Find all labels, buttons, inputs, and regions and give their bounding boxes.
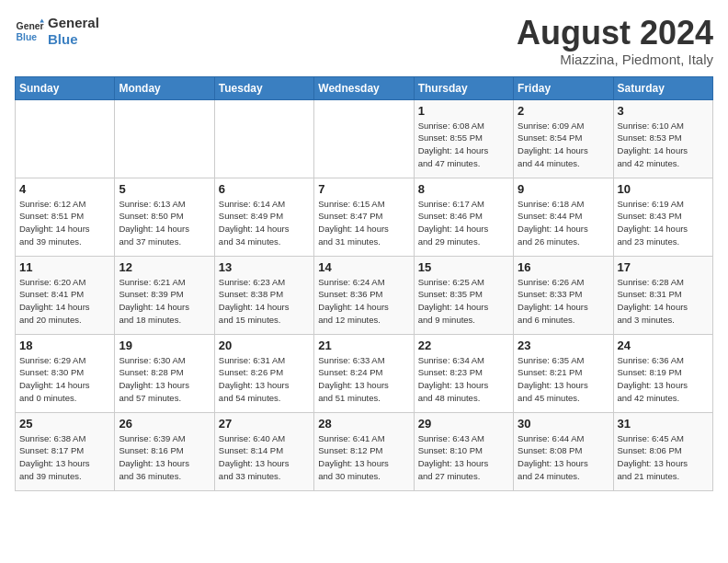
day-info: Sunrise: 6:43 AM Sunset: 8:10 PM Dayligh… bbox=[418, 432, 509, 483]
day-info: Sunrise: 6:24 AM Sunset: 8:36 PM Dayligh… bbox=[318, 276, 409, 327]
day-number: 29 bbox=[418, 417, 509, 431]
day-number: 11 bbox=[19, 260, 110, 274]
svg-text:General: General bbox=[17, 21, 44, 31]
day-info: Sunrise: 6:41 AM Sunset: 8:12 PM Dayligh… bbox=[318, 432, 409, 483]
week-row-4: 18Sunrise: 6:29 AM Sunset: 8:30 PM Dayli… bbox=[16, 334, 713, 412]
week-row-3: 11Sunrise: 6:20 AM Sunset: 8:41 PM Dayli… bbox=[16, 256, 713, 334]
header-cell-monday: Monday bbox=[115, 76, 214, 99]
month-title: August 2024 bbox=[517, 15, 713, 52]
calendar-cell bbox=[214, 99, 313, 178]
svg-marker-2 bbox=[40, 18, 44, 22]
day-number: 22 bbox=[418, 339, 509, 352]
day-info: Sunrise: 6:36 AM Sunset: 8:19 PM Dayligh… bbox=[618, 354, 709, 405]
calendar-cell: 16Sunrise: 6:26 AM Sunset: 8:33 PM Dayli… bbox=[514, 256, 613, 334]
day-info: Sunrise: 6:31 AM Sunset: 8:26 PM Dayligh… bbox=[219, 354, 310, 405]
logo-line2: Blue bbox=[48, 31, 99, 48]
logo-icon: General Blue bbox=[15, 17, 44, 46]
logo-line1: General bbox=[48, 15, 99, 31]
day-info: Sunrise: 6:44 AM Sunset: 8:08 PM Dayligh… bbox=[518, 432, 609, 483]
day-number: 4 bbox=[19, 182, 110, 196]
day-info: Sunrise: 6:20 AM Sunset: 8:41 PM Dayligh… bbox=[19, 276, 110, 327]
header-cell-saturday: Saturday bbox=[613, 76, 712, 99]
calendar-cell: 19Sunrise: 6:30 AM Sunset: 8:28 PM Dayli… bbox=[115, 334, 214, 412]
calendar-cell bbox=[16, 99, 115, 178]
day-info: Sunrise: 6:26 AM Sunset: 8:33 PM Dayligh… bbox=[518, 276, 609, 327]
day-number: 18 bbox=[19, 339, 110, 352]
calendar-cell: 22Sunrise: 6:34 AM Sunset: 8:23 PM Dayli… bbox=[414, 334, 513, 412]
calendar-cell: 20Sunrise: 6:31 AM Sunset: 8:26 PM Dayli… bbox=[214, 334, 313, 412]
day-number: 12 bbox=[119, 260, 210, 274]
day-info: Sunrise: 6:14 AM Sunset: 8:49 PM Dayligh… bbox=[219, 198, 310, 248]
calendar-cell: 28Sunrise: 6:41 AM Sunset: 8:12 PM Dayli… bbox=[314, 412, 414, 490]
calendar-cell: 15Sunrise: 6:25 AM Sunset: 8:35 PM Dayli… bbox=[414, 256, 513, 334]
day-info: Sunrise: 6:40 AM Sunset: 8:14 PM Dayligh… bbox=[219, 432, 310, 483]
day-number: 16 bbox=[518, 260, 609, 274]
day-number: 28 bbox=[318, 417, 409, 431]
calendar-cell: 21Sunrise: 6:33 AM Sunset: 8:24 PM Dayli… bbox=[314, 334, 414, 412]
day-number: 20 bbox=[219, 339, 310, 352]
calendar-cell: 4Sunrise: 6:12 AM Sunset: 8:51 PM Daylig… bbox=[16, 178, 115, 256]
day-info: Sunrise: 6:45 AM Sunset: 8:06 PM Dayligh… bbox=[618, 432, 709, 483]
calendar-cell: 29Sunrise: 6:43 AM Sunset: 8:10 PM Dayli… bbox=[414, 412, 513, 490]
location: Miazzina, Piedmont, Italy bbox=[517, 52, 713, 67]
day-info: Sunrise: 6:18 AM Sunset: 8:44 PM Dayligh… bbox=[518, 198, 609, 248]
day-number: 15 bbox=[418, 260, 509, 274]
calendar-table: SundayMondayTuesdayWednesdayThursdayFrid… bbox=[15, 76, 713, 491]
day-number: 30 bbox=[518, 417, 609, 431]
calendar-cell: 11Sunrise: 6:20 AM Sunset: 8:41 PM Dayli… bbox=[16, 256, 115, 334]
calendar-cell: 23Sunrise: 6:35 AM Sunset: 8:21 PM Dayli… bbox=[514, 334, 613, 412]
day-number: 7 bbox=[318, 182, 409, 196]
calendar-cell: 9Sunrise: 6:18 AM Sunset: 8:44 PM Daylig… bbox=[514, 178, 613, 256]
day-info: Sunrise: 6:21 AM Sunset: 8:39 PM Dayligh… bbox=[119, 276, 210, 327]
day-info: Sunrise: 6:15 AM Sunset: 8:47 PM Dayligh… bbox=[318, 198, 409, 248]
svg-text:Blue: Blue bbox=[17, 32, 38, 42]
day-number: 9 bbox=[518, 182, 609, 196]
calendar-cell: 24Sunrise: 6:36 AM Sunset: 8:19 PM Dayli… bbox=[613, 334, 712, 412]
day-info: Sunrise: 6:33 AM Sunset: 8:24 PM Dayligh… bbox=[318, 354, 409, 405]
day-number: 2 bbox=[518, 104, 609, 118]
header-row: SundayMondayTuesdayWednesdayThursdayFrid… bbox=[16, 76, 713, 99]
day-number: 26 bbox=[119, 417, 210, 431]
day-info: Sunrise: 6:19 AM Sunset: 8:43 PM Dayligh… bbox=[618, 198, 709, 248]
day-number: 6 bbox=[219, 182, 310, 196]
day-info: Sunrise: 6:09 AM Sunset: 8:54 PM Dayligh… bbox=[518, 120, 609, 170]
calendar-cell: 18Sunrise: 6:29 AM Sunset: 8:30 PM Dayli… bbox=[16, 334, 115, 412]
calendar-cell: 25Sunrise: 6:38 AM Sunset: 8:17 PM Dayli… bbox=[16, 412, 115, 490]
title-block: August 2024 Miazzina, Piedmont, Italy bbox=[517, 15, 713, 67]
day-number: 31 bbox=[618, 417, 709, 431]
calendar-cell: 10Sunrise: 6:19 AM Sunset: 8:43 PM Dayli… bbox=[613, 178, 712, 256]
calendar-cell: 27Sunrise: 6:40 AM Sunset: 8:14 PM Dayli… bbox=[214, 412, 313, 490]
header-cell-sunday: Sunday bbox=[16, 76, 115, 99]
day-info: Sunrise: 6:30 AM Sunset: 8:28 PM Dayligh… bbox=[119, 354, 210, 405]
day-info: Sunrise: 6:12 AM Sunset: 8:51 PM Dayligh… bbox=[19, 198, 110, 248]
calendar-cell: 8Sunrise: 6:17 AM Sunset: 8:46 PM Daylig… bbox=[414, 178, 513, 256]
week-row-2: 4Sunrise: 6:12 AM Sunset: 8:51 PM Daylig… bbox=[16, 178, 713, 256]
calendar-cell: 3Sunrise: 6:10 AM Sunset: 8:53 PM Daylig… bbox=[613, 99, 712, 178]
day-info: Sunrise: 6:29 AM Sunset: 8:30 PM Dayligh… bbox=[19, 354, 110, 405]
calendar-cell bbox=[314, 99, 414, 178]
calendar-cell: 26Sunrise: 6:39 AM Sunset: 8:16 PM Dayli… bbox=[115, 412, 214, 490]
logo: General Blue General Blue bbox=[15, 15, 99, 48]
day-info: Sunrise: 6:39 AM Sunset: 8:16 PM Dayligh… bbox=[119, 432, 210, 483]
day-info: Sunrise: 6:28 AM Sunset: 8:31 PM Dayligh… bbox=[618, 276, 709, 327]
page-header: General Blue General Blue August 2024 Mi… bbox=[15, 15, 713, 67]
day-info: Sunrise: 6:35 AM Sunset: 8:21 PM Dayligh… bbox=[518, 354, 609, 405]
header-cell-tuesday: Tuesday bbox=[214, 76, 313, 99]
day-info: Sunrise: 6:10 AM Sunset: 8:53 PM Dayligh… bbox=[618, 120, 709, 170]
header-cell-thursday: Thursday bbox=[414, 76, 513, 99]
day-info: Sunrise: 6:23 AM Sunset: 8:38 PM Dayligh… bbox=[219, 276, 310, 327]
calendar-cell: 30Sunrise: 6:44 AM Sunset: 8:08 PM Dayli… bbox=[514, 412, 613, 490]
calendar-cell: 2Sunrise: 6:09 AM Sunset: 8:54 PM Daylig… bbox=[514, 99, 613, 178]
day-number: 17 bbox=[618, 260, 709, 274]
day-number: 13 bbox=[219, 260, 310, 274]
calendar-cell: 14Sunrise: 6:24 AM Sunset: 8:36 PM Dayli… bbox=[314, 256, 414, 334]
day-info: Sunrise: 6:34 AM Sunset: 8:23 PM Dayligh… bbox=[418, 354, 509, 405]
day-number: 27 bbox=[219, 417, 310, 431]
header-cell-wednesday: Wednesday bbox=[314, 76, 414, 99]
calendar-cell bbox=[115, 99, 214, 178]
day-info: Sunrise: 6:38 AM Sunset: 8:17 PM Dayligh… bbox=[19, 432, 110, 483]
day-number: 24 bbox=[618, 339, 709, 352]
calendar-cell: 13Sunrise: 6:23 AM Sunset: 8:38 PM Dayli… bbox=[214, 256, 313, 334]
calendar-cell: 12Sunrise: 6:21 AM Sunset: 8:39 PM Dayli… bbox=[115, 256, 214, 334]
day-info: Sunrise: 6:13 AM Sunset: 8:50 PM Dayligh… bbox=[119, 198, 210, 248]
